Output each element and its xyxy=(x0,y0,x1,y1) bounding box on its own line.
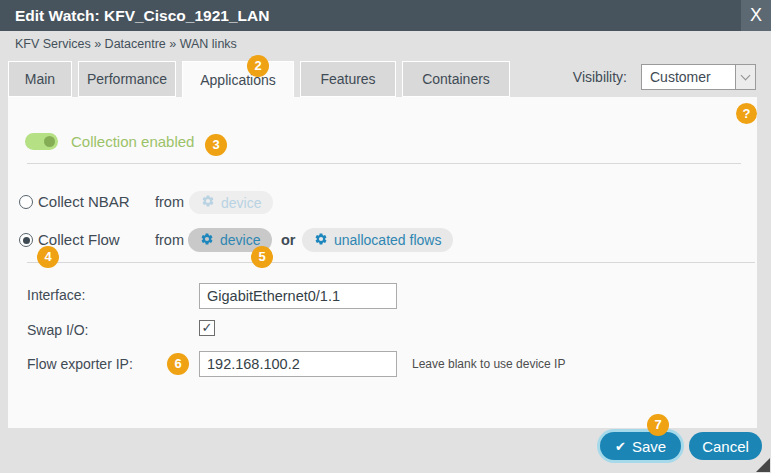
annotation-badge-7: 7 xyxy=(647,414,669,436)
collect-nbar-radio[interactable] xyxy=(19,195,33,209)
tab-performance[interactable]: Performance xyxy=(78,61,176,97)
edit-watch-dialog: Edit Watch: KFV_Cisco_1921_LAN X KFV Ser… xyxy=(0,0,771,473)
tab-main[interactable]: Main xyxy=(8,61,72,97)
visibility-label: Visibility: xyxy=(565,64,627,90)
cancel-button-label: Cancel xyxy=(702,438,749,455)
visibility-value: Customer xyxy=(642,69,735,85)
interface-label: Interface: xyxy=(27,287,85,303)
swap-io-label: Swap I/O: xyxy=(27,322,88,338)
flow-exporter-ip-input[interactable] xyxy=(199,351,397,377)
annotation-badge-2: 2 xyxy=(247,55,269,77)
collect-flow-radio[interactable] xyxy=(19,233,33,247)
gear-icon xyxy=(314,232,328,249)
collection-enabled-label: Collection enabled xyxy=(71,133,194,150)
flow-from-label: from xyxy=(155,232,184,248)
annotation-badge-4: 4 xyxy=(37,246,59,268)
annotation-badge-5: 5 xyxy=(251,246,273,268)
help-icon[interactable]: ? xyxy=(736,103,757,124)
title-bar: Edit Watch: KFV_Cisco_1921_LAN X xyxy=(0,0,771,31)
collection-enabled-row: Collection enabled xyxy=(25,133,194,150)
gear-icon xyxy=(201,194,215,211)
breadcrumb: KFV Services » Datacentre » WAN links xyxy=(15,31,237,57)
nbar-from-label: from xyxy=(155,194,184,210)
applications-tab-panel: ? Collection enabled Collect NBAR from d… xyxy=(8,97,757,428)
visibility-select[interactable]: Customer xyxy=(641,64,756,90)
check-icon: ✔ xyxy=(615,439,626,454)
gear-icon xyxy=(200,232,214,249)
tab-containers[interactable]: Containers xyxy=(402,61,510,97)
resize-grip-icon[interactable] xyxy=(756,458,770,472)
annotation-badge-6: 6 xyxy=(167,353,189,375)
annotation-badge-3: 3 xyxy=(205,134,227,156)
save-button[interactable]: ✔ Save xyxy=(600,432,681,460)
chevron-down-icon[interactable] xyxy=(735,65,755,89)
or-label: or xyxy=(281,232,296,248)
swap-io-checkbox[interactable]: ✓ xyxy=(199,320,215,336)
close-icon[interactable]: X xyxy=(741,0,771,31)
flow-device-pill-label: device xyxy=(220,232,260,248)
dialog-title: Edit Watch: KFV_Cisco_1921_LAN xyxy=(15,0,269,31)
interface-input[interactable] xyxy=(199,283,397,309)
flow-exporter-hint: Leave blank to use device IP xyxy=(412,357,565,371)
collection-enabled-toggle[interactable] xyxy=(25,133,58,150)
separator xyxy=(27,262,755,263)
tab-features[interactable]: Features xyxy=(300,61,396,97)
nbar-device-pill-label: device xyxy=(221,195,261,211)
separator xyxy=(27,163,741,164)
flow-exporter-ip-label: Flow exporter IP: xyxy=(27,356,133,372)
collect-nbar-label: Collect NBAR xyxy=(38,193,130,210)
cancel-button[interactable]: Cancel xyxy=(689,432,762,460)
save-button-label: Save xyxy=(632,438,666,455)
unallocated-flows-pill[interactable]: unallocated flows xyxy=(302,228,453,252)
unallocated-flows-pill-label: unallocated flows xyxy=(334,232,441,248)
nbar-device-pill: device xyxy=(189,191,273,214)
toggle-knob xyxy=(44,136,55,147)
tab-applications[interactable]: Applications xyxy=(182,61,294,98)
